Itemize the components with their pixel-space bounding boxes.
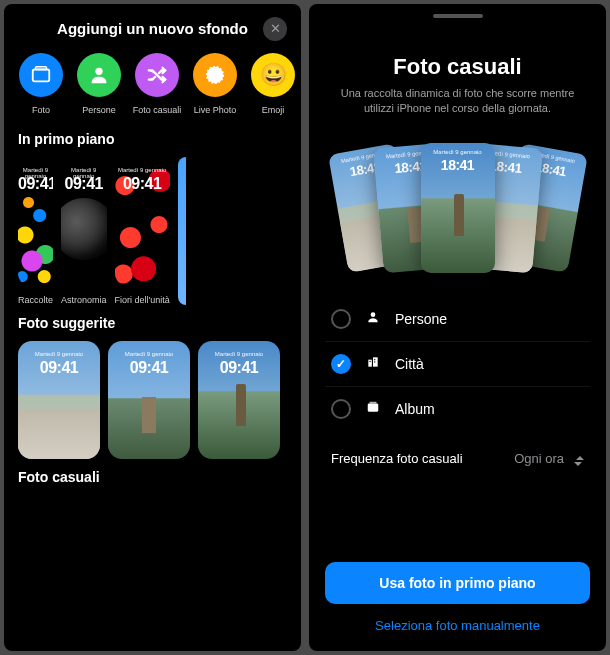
random-section: Foto casuali (4, 459, 301, 495)
phone-photo-shuffle: Foto casuali Una raccolta dinamica di fo… (309, 4, 606, 651)
option-label: Città (395, 356, 424, 372)
suggested-row[interactable]: Martedì 9 gennaio 09:41 Martedì 9 gennai… (18, 341, 287, 459)
home-indicator[interactable] (433, 14, 483, 18)
option-list: Persone Città Album (309, 293, 606, 435)
option-people[interactable]: Persone (325, 297, 590, 342)
wallpaper-suggested[interactable]: Martedì 9 gennaio 09:41 (198, 341, 280, 459)
preview-time: 18:41 (421, 157, 495, 173)
wallpaper-suggested[interactable]: Martedì 9 gennaio 09:41 (108, 341, 190, 459)
suggested-section: Foto suggerite Martedì 9 gennaio 09:41 M… (4, 305, 301, 459)
sheet-header: Aggiungi un nuovo sfondo ✕ (4, 4, 301, 49)
category-label: Persone (82, 105, 116, 115)
category-label: Foto (32, 105, 50, 115)
wallpaper-card-collections[interactable]: Martedì 9 gennaio 09:41 Raccolte (18, 157, 53, 305)
emoji-icon: 😀 (251, 53, 295, 97)
category-label: Live Photo (194, 105, 237, 115)
random-title: Foto casuali (18, 469, 287, 485)
category-label: Foto casuali (133, 105, 182, 115)
wallpaper-card-astronomy[interactable]: Martedì 9 gennaio 09:41 Astronomia (61, 157, 107, 305)
screen-title: Foto casuali (309, 46, 606, 86)
svg-rect-7 (368, 359, 372, 366)
fan-card: Martedì 9 gennaio 18:41 (421, 143, 495, 273)
frequency-value[interactable]: Ogni ora (502, 451, 584, 466)
frequency-label: Frequenza foto casuali (331, 451, 463, 466)
svg-point-6 (371, 312, 376, 317)
card-label: Fiori dell'unità (115, 295, 170, 305)
preview-date: Martedì 9 gennaio (115, 167, 170, 173)
category-people[interactable]: Persone (71, 53, 127, 115)
preview-fan: Martedì 9 gennaio 18:41 Martedì 9 gennai… (309, 133, 606, 283)
category-label: Emoji (262, 105, 285, 115)
livephoto-icon (193, 53, 237, 97)
wallpaper-card-partial[interactable] (178, 157, 186, 305)
phone-add-wallpaper: Aggiungi un nuovo sfondo ✕ Foto Persone … (4, 4, 301, 651)
svg-rect-1 (36, 67, 47, 70)
category-photos[interactable]: Foto (13, 53, 69, 115)
preview-time: 09:41 (108, 359, 190, 377)
option-album[interactable]: Album (325, 387, 590, 431)
card-label: Raccolte (18, 295, 53, 305)
preview-time: 09:41 (115, 175, 170, 193)
close-icon: ✕ (270, 21, 281, 36)
preview-date: Martedì 9 gennaio (108, 351, 190, 357)
person-icon (365, 310, 381, 328)
option-city[interactable]: Città (325, 342, 590, 387)
featured-title: In primo piano (18, 131, 287, 147)
radio-unchecked-icon (331, 309, 351, 329)
featured-row[interactable]: Martedì 9 gennaio 09:41 Raccolte Martedì… (18, 157, 287, 305)
card-label: Astronomia (61, 295, 107, 305)
album-icon (365, 400, 381, 418)
svg-rect-10 (374, 359, 375, 360)
suggested-title: Foto suggerite (18, 315, 287, 331)
use-featured-button[interactable]: Usa foto in primo piano (325, 562, 590, 604)
option-label: Persone (395, 311, 447, 327)
shuffle-icon (135, 53, 179, 97)
bottom-actions: Usa foto in primo piano Seleziona foto m… (325, 562, 590, 633)
preview-date: Martedì 9 gennaio (18, 351, 100, 357)
preview-time: 09:41 (18, 175, 53, 193)
svg-point-2 (95, 68, 102, 75)
radio-checked-icon (331, 354, 351, 374)
preview-time: 09:41 (198, 359, 280, 377)
sheet-title: Aggiungi un nuovo sfondo (57, 20, 248, 37)
preview-time: 09:41 (61, 175, 107, 193)
city-icon (365, 355, 381, 373)
category-row[interactable]: Foto Persone Foto casuali Live Photo 😀 E… (4, 49, 301, 121)
preview-date: Martedì 9 gennaio (421, 149, 495, 155)
svg-rect-12 (368, 403, 379, 411)
preview-date: Martedì 9 gennaio (198, 351, 280, 357)
category-emoji[interactable]: 😀 Emoji (245, 53, 301, 115)
option-label: Album (395, 401, 435, 417)
wallpaper-suggested[interactable]: Martedì 9 gennaio 09:41 (18, 341, 100, 459)
svg-rect-11 (374, 361, 375, 362)
radio-unchecked-icon (331, 399, 351, 419)
svg-rect-0 (33, 70, 50, 82)
person-icon (77, 53, 121, 97)
frequency-row[interactable]: Frequenza foto casuali Ogni ora (309, 435, 606, 482)
category-shuffle[interactable]: Foto casuali (129, 53, 185, 115)
wallpaper-card-unity-flowers[interactable]: Martedì 9 gennaio 09:41 Fiori dell'unità (115, 157, 170, 305)
close-button[interactable]: ✕ (263, 17, 287, 41)
svg-rect-13 (370, 402, 377, 404)
featured-section: In primo piano Martedì 9 gennaio 09:41 R… (4, 121, 301, 305)
preview-time: 09:41 (18, 359, 100, 377)
photos-icon (19, 53, 63, 97)
select-manually-link[interactable]: Seleziona foto manualmente (325, 604, 590, 633)
category-livephoto[interactable]: Live Photo (187, 53, 243, 115)
svg-rect-9 (370, 361, 371, 362)
screen-subtitle: Una raccolta dinamica di foto che scorre… (309, 86, 606, 117)
